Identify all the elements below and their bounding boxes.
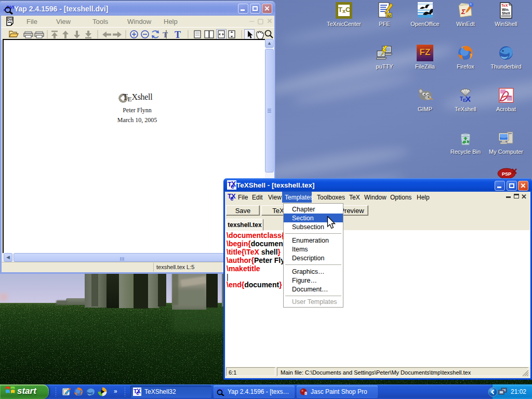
svg-text:PSP: PSP [502,171,511,177]
svg-text:Win-: Win- [502,8,509,11]
svg-text:X: X [137,388,141,395]
svg-text:TE: TE [460,96,466,103]
svg-text:32: 32 [387,14,391,18]
svg-text:T: T [175,30,181,40]
svg-text:DVI: DVI [7,18,13,21]
svg-text:T: T [163,31,168,39]
svg-text:Shell: Shell [502,11,510,15]
svg-text:TeX: TeX [501,4,508,7]
svg-text:8: 8 [304,391,307,396]
svg-text:X: X [231,180,236,188]
svg-text:X: X [231,193,236,200]
svg-text:Σ: Σ [461,8,466,16]
